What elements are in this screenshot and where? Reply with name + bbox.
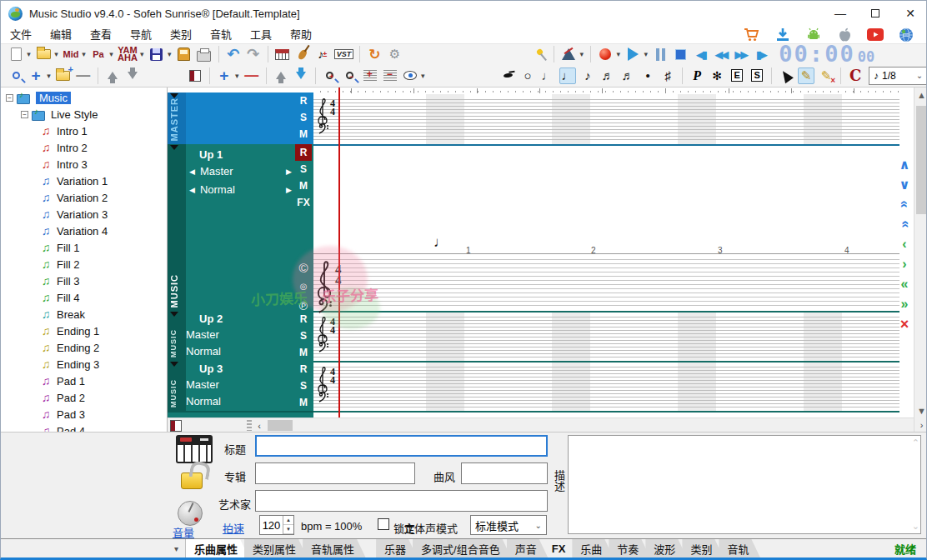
add-track-button[interactable]: + bbox=[216, 68, 233, 84]
korg-import-button[interactable]: Pa bbox=[90, 46, 107, 62]
nav-right-button[interactable]: › bbox=[895, 254, 914, 274]
horizontal-scrollbar[interactable]: ‹ bbox=[168, 418, 914, 432]
tree-item-label[interactable]: Break bbox=[57, 308, 85, 321]
settings-button[interactable]: ⚙ bbox=[386, 46, 403, 62]
tree-style-item[interactable]: ♫ Intro 1 bbox=[1, 122, 167, 139]
step-forward-button[interactable]: ▮▶ bbox=[752, 46, 769, 62]
new-file-dropdown[interactable]: ▾ bbox=[25, 50, 33, 58]
note-symbol[interactable]: ♩ bbox=[433, 234, 448, 251]
close-button[interactable]: ✕ bbox=[893, 1, 927, 26]
track-panel-button[interactable] bbox=[187, 68, 203, 84]
save-dropdown[interactable]: ▾ bbox=[166, 50, 173, 58]
tree-item-label[interactable]: Fill 4 bbox=[57, 292, 79, 304]
virtual-guitar-button[interactable] bbox=[294, 46, 311, 62]
bottom-tab[interactable]: 乐器 bbox=[376, 539, 418, 558]
tree-style-item[interactable]: ♫ Ending 2 bbox=[1, 339, 167, 356]
bottom-tab[interactable]: 乐曲属性 bbox=[186, 539, 249, 558]
nav-far-left-button[interactable]: « bbox=[895, 274, 914, 294]
menu-item[interactable]: 音轨 bbox=[201, 26, 241, 44]
nav-up-button[interactable]: ∧ bbox=[895, 154, 914, 174]
virtual-keyboard-button[interactable] bbox=[274, 46, 291, 62]
record-arm-button[interactable]: R bbox=[295, 311, 312, 328]
bottom-tab[interactable]: 节奏 bbox=[609, 539, 650, 558]
tree-style-item[interactable]: ♫ Fill 1 bbox=[1, 239, 167, 256]
tree-item-label[interactable]: Ending 3 bbox=[57, 358, 99, 371]
tempo-value[interactable]: 120 bbox=[260, 516, 283, 534]
voice-value[interactable]: Master bbox=[186, 378, 219, 391]
tree-style-item[interactable]: ♫ Fill 2 bbox=[1, 256, 167, 272]
add-folder-button[interactable]: + bbox=[55, 68, 72, 84]
close-panel-button[interactable]: × bbox=[895, 314, 914, 334]
open-file-button[interactable] bbox=[35, 46, 52, 62]
edit-mode-e-button[interactable]: E bbox=[729, 68, 745, 84]
mode-value[interactable]: Normal bbox=[186, 345, 221, 358]
solo-button[interactable]: S bbox=[295, 328, 312, 344]
tree-style-item[interactable]: ♫ Pad 3 bbox=[1, 406, 167, 422]
play-button[interactable] bbox=[624, 46, 641, 62]
remove-track-button[interactable]: — bbox=[243, 68, 260, 84]
bottom-tab[interactable]: 声音 bbox=[507, 539, 549, 558]
view-options-button[interactable] bbox=[402, 68, 418, 84]
track-down-button[interactable] bbox=[293, 68, 309, 84]
master-track-header[interactable]: MASTER R S M bbox=[168, 92, 313, 144]
half-note-button[interactable]: ♩ bbox=[539, 68, 556, 84]
title-input[interactable] bbox=[255, 435, 548, 457]
prev-arrow-icon[interactable]: ◀ bbox=[189, 186, 195, 194]
bottom-tab[interactable]: 类别 bbox=[682, 539, 724, 558]
tree-style-item[interactable]: ♫ Intro 3 bbox=[1, 156, 167, 172]
up1-grid[interactable]: 1234 ♩ bbox=[313, 146, 899, 311]
tree-style-item[interactable]: ♫ Variation 3 bbox=[1, 206, 167, 222]
vertical-scrollbar[interactable]: ▲ ▼ › bbox=[914, 88, 927, 432]
scroll-down-arrow[interactable]: ▼ bbox=[914, 403, 927, 418]
new-file-button[interactable] bbox=[8, 46, 24, 62]
rewind-button[interactable]: ◀◀ bbox=[712, 46, 729, 62]
description-textarea[interactable]: ⌃ ⌄ bbox=[568, 435, 921, 534]
dot-button[interactable]: • bbox=[639, 68, 656, 84]
snap-resolution-select[interactable]: ♪ 1/8 ⌄ bbox=[869, 67, 927, 85]
maximize-button[interactable] bbox=[858, 1, 893, 26]
timeline-ruler[interactable] bbox=[320, 88, 899, 93]
album-input[interactable] bbox=[255, 462, 415, 484]
tree-item-label[interactable]: Pad 4 bbox=[57, 425, 85, 432]
undo-button[interactable]: ↶ bbox=[225, 46, 242, 62]
bottom-tab[interactable]: FX bbox=[544, 539, 578, 558]
expander-icon[interactable]: − bbox=[6, 94, 13, 102]
tempo-down-icon[interactable]: ▼ bbox=[283, 525, 293, 534]
refresh-button[interactable]: ↻ bbox=[366, 46, 383, 62]
tree-item-label[interactable]: Pad 1 bbox=[57, 375, 85, 388]
add-track-dropdown[interactable]: ▾ bbox=[233, 72, 241, 80]
nav-left-button[interactable]: ‹ bbox=[895, 234, 914, 254]
collapse-arrow-icon[interactable] bbox=[170, 145, 178, 150]
tree-style-item[interactable]: ♫ Pad 2 bbox=[1, 389, 167, 406]
mode-selector[interactable]: ◀ Normal ▶ bbox=[186, 183, 293, 196]
genre-input[interactable] bbox=[461, 462, 548, 484]
master-solo-button[interactable]: S bbox=[295, 109, 312, 126]
lock-checkbox[interactable] bbox=[378, 518, 389, 530]
tree-style-item[interactable]: ♫ Fill 4 bbox=[1, 289, 167, 306]
tree-style-item[interactable]: ♫ Break bbox=[1, 306, 167, 322]
record-button[interactable] bbox=[597, 46, 614, 62]
stereo-mode-select[interactable]: 标准模式 ⌄ bbox=[470, 515, 547, 535]
search-button[interactable] bbox=[8, 68, 24, 84]
thirtysecond-note-button[interactable]: ♬ bbox=[619, 68, 636, 84]
redo-button[interactable]: ↷ bbox=[245, 46, 262, 62]
menu-item[interactable]: 编辑 bbox=[41, 26, 81, 44]
tree-item-label[interactable]: Variation 4 bbox=[57, 225, 108, 238]
hscroll-left-arrow[interactable]: ‹ bbox=[253, 418, 265, 432]
collapse-arrow-icon[interactable] bbox=[170, 362, 178, 367]
tree-item-label[interactable]: Fill 1 bbox=[57, 242, 79, 254]
menu-item[interactable]: 文件 bbox=[1, 26, 41, 44]
up3-grid[interactable] bbox=[313, 362, 899, 411]
add-category-button[interactable]: + bbox=[28, 68, 44, 84]
midi-import-button[interactable]: Mid bbox=[63, 46, 79, 62]
save-button[interactable] bbox=[148, 46, 165, 62]
tree-item-label[interactable]: Ending 2 bbox=[57, 342, 99, 354]
track-up-button[interactable] bbox=[273, 68, 289, 84]
tree-style-item[interactable]: ♫ Pad 1 bbox=[1, 372, 167, 389]
mute-button[interactable]: M bbox=[295, 178, 312, 194]
snap-magnet-button[interactable]: C bbox=[847, 68, 864, 84]
tree-item-label[interactable]: Intro 3 bbox=[57, 158, 88, 171]
tree-item-label[interactable]: Variation 1 bbox=[57, 175, 108, 188]
erase-pencil-button[interactable]: ✎ bbox=[818, 68, 834, 84]
bottom-tab[interactable]: 多调式/组合音色 bbox=[413, 539, 512, 558]
